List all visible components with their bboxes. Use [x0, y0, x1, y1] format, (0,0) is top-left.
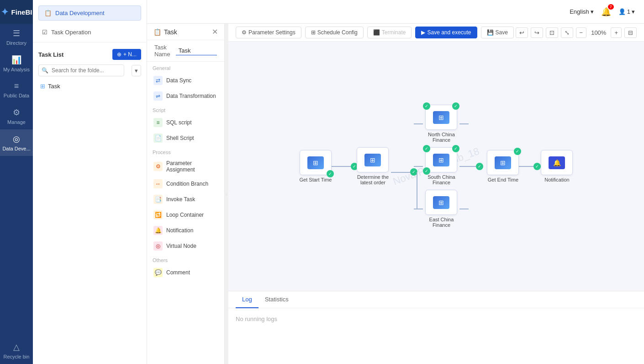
- schedule-config-button[interactable]: ⊞ Schedule Config: [305, 27, 364, 38]
- data-sync-icon: ⇄: [153, 76, 163, 85]
- logo-icon: ✦: [1, 6, 9, 17]
- sidebar-item-manage[interactable]: ⚙ Manage: [0, 103, 33, 129]
- my-analysis-label: My Analysis: [3, 67, 30, 72]
- loop-container-icon: 🔁: [153, 210, 163, 219]
- workflow-diagram: ⊞ ✓ Get Start Time ✓: [300, 105, 573, 228]
- dot-merge: ✓: [476, 163, 483, 170]
- task-name-input[interactable]: [176, 46, 217, 55]
- loop-container-item[interactable]: 🔁 Loop Container: [147, 207, 224, 223]
- node-north-china[interactable]: ⊞ ✓ ✓ North China Finance: [423, 105, 459, 143]
- condition-branch-item[interactable]: ↔ Condition Branch: [147, 176, 224, 192]
- data-dev-icon: ◎: [13, 134, 20, 144]
- close-button[interactable]: ✕: [212, 27, 218, 36]
- recycle-icon: △: [13, 342, 20, 352]
- plus-icon: ⊕: [117, 51, 121, 58]
- virtual-node-icon: ◎: [153, 241, 163, 251]
- sidebar-divider: [33, 42, 147, 43]
- sidebar-task-operation[interactable]: ☑ Task Operation: [37, 25, 143, 39]
- node-get-start-time[interactable]: ⊞ ✓ Get Start Time: [300, 150, 332, 182]
- data-sync-item[interactable]: ⇄ Data Sync: [147, 73, 224, 88]
- condition-branch-label: Condition Branch: [166, 181, 208, 187]
- branch-north: ⊞ ✓ ✓ North China Finance: [414, 105, 469, 143]
- save-execute-label: Save and execute: [427, 29, 471, 36]
- param-assignment-item[interactable]: ⚙ Parameter Assignment: [147, 157, 224, 176]
- sidebar-item-my-analysis[interactable]: 📊 My Analysis: [0, 50, 33, 77]
- tab-statistics[interactable]: Statistics: [259, 291, 295, 308]
- sidebar-item-recycle[interactable]: △ Recycle bin: [0, 337, 33, 364]
- zoom-level: 100%: [589, 29, 608, 36]
- save-button[interactable]: 💾 Save: [481, 27, 514, 38]
- branch-north-line: [414, 123, 423, 124]
- content-row: 📋 Task ✕ Task Name General ⇄ Data Sync ⇌…: [147, 24, 644, 364]
- task-list-header: Task List ⊕ + N...: [33, 44, 147, 63]
- node-label-south-china: South China Finance: [423, 174, 459, 185]
- user-menu-button[interactable]: 👤 1 ▾: [618, 8, 635, 15]
- language-selector[interactable]: English ▾: [570, 8, 594, 15]
- drag-handle[interactable]: ⋮: [225, 24, 228, 364]
- others-section-label: Others: [147, 254, 224, 265]
- notification-label: Notification: [166, 227, 193, 234]
- node-status-north-right: ✓: [452, 102, 459, 110]
- node-label-north-china: North China Finance: [423, 132, 459, 143]
- general-section-label: General: [147, 62, 224, 73]
- global-header: English ▾ 🔔 7 👤 1 ▾: [147, 0, 644, 24]
- parameter-settings-button[interactable]: ⚙ Parameter Settings: [236, 27, 301, 38]
- shell-script-item[interactable]: 📄 Shell Script: [147, 130, 224, 146]
- task-list-item[interactable]: ⊞ Task: [33, 80, 147, 92]
- canvas-and-log: ⚙ Parameter Settings ⊞ Schedule Config ⬛…: [228, 24, 644, 364]
- search-input[interactable]: [38, 64, 124, 76]
- merge-line: [469, 166, 476, 167]
- fit-view-button[interactable]: ⊡: [546, 27, 558, 38]
- data-development-button[interactable]: 📋 Data Development: [38, 5, 141, 21]
- sidebar-item-data-dev[interactable]: ◎ Data Deve...: [0, 129, 33, 156]
- comment-item[interactable]: 💬 Comment: [147, 265, 224, 280]
- search-row: 🔍 ▾: [33, 63, 147, 80]
- public-data-icon: ≡: [14, 81, 19, 91]
- redo-button[interactable]: ↪: [531, 27, 543, 38]
- data-dev-btn-icon: 📋: [44, 10, 52, 16]
- sql-script-label: SQL script: [166, 119, 192, 126]
- virtual-node-item[interactable]: ◎ Virtual Node: [147, 238, 224, 254]
- dialog-title: 📋 Task: [153, 28, 177, 36]
- zoom-in-button[interactable]: +: [611, 27, 622, 38]
- node-determine-order[interactable]: ⊞ Determine the latest order: [354, 147, 391, 185]
- expand-button[interactable]: ⤡: [561, 27, 573, 38]
- node-label-east-china: East China Finance: [423, 217, 459, 228]
- virtual-node-label: Virtual Node: [166, 243, 196, 249]
- invoke-task-item[interactable]: 📑 Invoke Task: [147, 192, 224, 207]
- toolbar-task-actions: ⚙ Parameter Settings ⊞ Schedule Config ⬛…: [236, 27, 514, 38]
- node-notification[interactable]: 🔔 Notification: [541, 150, 573, 182]
- new-btn-label: + N...: [123, 51, 137, 58]
- node-icon-get-end-time: ⊞: [495, 156, 511, 169]
- data-transformation-item[interactable]: ⇌ Data Transformation: [147, 88, 224, 104]
- sidebar-item-directory[interactable]: ☰ Directory: [0, 24, 33, 50]
- node-south-china[interactable]: ⊞ ✓ ✓ ✓ South China Finance: [423, 147, 459, 185]
- fullscreen-button[interactable]: ⊟: [624, 27, 637, 38]
- notification-button[interactable]: 🔔 7: [601, 7, 611, 17]
- left-navigation: ✦ FineBI ☰ Directory 📊 My Analysis ≡ Pub…: [0, 0, 33, 364]
- sql-script-item[interactable]: ≡ SQL script: [147, 115, 224, 130]
- zoom-out-button[interactable]: −: [576, 27, 587, 38]
- workflow-canvas: ⊞ ✓ Get Start Time ✓: [228, 42, 644, 291]
- branch-north-exit: [459, 123, 469, 124]
- log-content: No running logs: [228, 308, 644, 330]
- tab-log[interactable]: Log: [236, 291, 259, 308]
- loop-container-label: Loop Container: [166, 212, 204, 218]
- notification-item[interactable]: 🔔 Notification: [147, 223, 224, 238]
- save-label: Save: [496, 29, 508, 36]
- app-name: FineBI: [11, 8, 32, 16]
- node-get-end-time[interactable]: ⊞ ✓ Get End Time: [487, 150, 519, 182]
- new-task-button[interactable]: ⊕ + N...: [112, 49, 141, 60]
- node-icon-get-start-time: ⊞: [307, 156, 324, 169]
- user-chevron-icon: ▾: [632, 8, 635, 15]
- filter-button[interactable]: ▾: [132, 65, 141, 76]
- sidebar-item-public-data[interactable]: ≡ Public Data: [0, 77, 33, 103]
- sidebar: 📋 Data Development ☑ Task Operation Task…: [33, 0, 147, 364]
- param-assignment-icon: ⚙: [153, 162, 163, 171]
- public-data-label: Public Data: [4, 93, 29, 98]
- undo-button[interactable]: ↩: [516, 27, 528, 38]
- manage-icon: ⚙: [13, 107, 20, 118]
- node-east-china[interactable]: ⊞ East China Finance: [423, 190, 459, 228]
- terminate-button[interactable]: ⬛ Terminate: [367, 27, 412, 38]
- save-execute-button[interactable]: ▶ Save and execute: [415, 27, 477, 38]
